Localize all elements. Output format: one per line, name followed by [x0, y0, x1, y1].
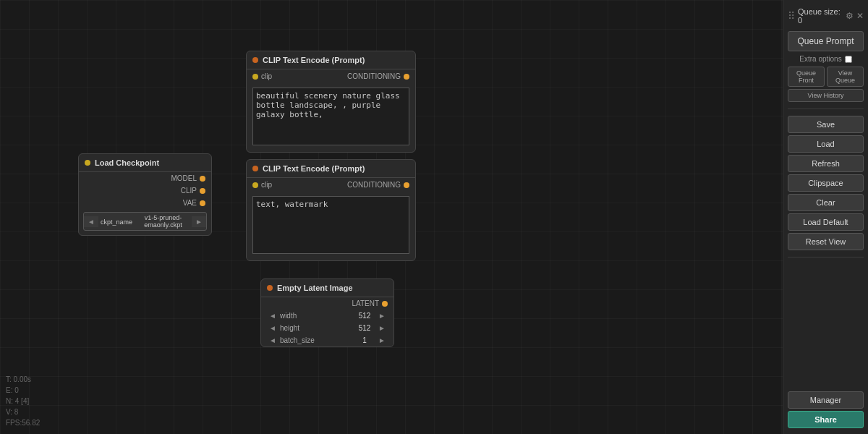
ckpt-name-value: ckpt_name [98, 216, 135, 227]
clip-encode-header-2: CLIP Text Encode (Prompt) [247, 160, 415, 178]
clip-encode-title-2: CLIP Text Encode (Prompt) [263, 164, 365, 173]
clip-encode-node-2: CLIP Text Encode (Prompt) clip CONDITION… [246, 159, 416, 261]
width-label: width [280, 312, 297, 320]
width-next[interactable]: ► [376, 312, 388, 320]
conditioning-output-2: CONDITIONING [347, 181, 409, 189]
height-prev[interactable]: ◄ [267, 324, 278, 332]
share-button[interactable]: Share [788, 411, 864, 428]
latent-title: Empty Latent Image [277, 284, 353, 292]
height-label: height [280, 324, 299, 332]
extra-options-row: Extra options [788, 54, 864, 64]
clip-encode-io-row-2: clip CONDITIONING [247, 178, 415, 192]
model-connector[interactable] [200, 176, 205, 182]
clip-input-label-1: clip [261, 72, 272, 80]
clear-button[interactable]: Clear [788, 194, 864, 211]
drag-icon: ⠿ [788, 10, 795, 22]
reset-view-button[interactable]: Reset View [788, 233, 864, 250]
node-collapse-dot-2[interactable] [252, 166, 258, 171]
clip-label: CLIP [181, 187, 197, 195]
stat-e: E: 0 [6, 385, 40, 396]
queue-size-label: Queue size: 0 [798, 7, 846, 25]
queue-sub-buttons: Queue Front View Queue [788, 67, 864, 87]
save-button[interactable]: Save [788, 116, 864, 133]
checkpoint-collapse-dot[interactable] [85, 160, 90, 166]
clip-encode-header-1: CLIP Text Encode (Prompt) [247, 51, 415, 69]
conditioning-connector-2[interactable] [404, 182, 409, 188]
conditioning-label-2: CONDITIONING [347, 181, 401, 189]
model-label: MODEL [171, 174, 197, 182]
divider-2 [788, 257, 864, 258]
queue-header: ⠿ Queue size: 0 ⚙ ✕ [788, 6, 864, 29]
clip-encode-title-1: CLIP Text Encode (Prompt) [263, 56, 365, 64]
model-output-row: MODEL [79, 172, 211, 184]
height-value: 512 [354, 324, 375, 332]
divider-1 [788, 109, 864, 109]
clip-text-input-2[interactable]: text, watermark [252, 196, 409, 254]
latent-output-row: LATENT [261, 297, 393, 310]
conditioning-label-1: CONDITIONING [347, 72, 401, 80]
right-panel: ⠿ Queue size: 0 ⚙ ✕ Queue Prompt Extra o… [783, 0, 868, 434]
clip-input-connector-2[interactable] [252, 182, 258, 188]
empty-latent-node: Empty Latent Image LATENT ◄ width 512 ► … [260, 278, 394, 347]
manager-button[interactable]: Manager [788, 391, 864, 409]
vae-output-row: VAE [79, 197, 211, 209]
latent-collapse-dot[interactable] [267, 285, 273, 291]
conditioning-connector-1[interactable] [404, 74, 409, 80]
batch-label: batch_size [280, 336, 315, 344]
width-row: ◄ width 512 ► [261, 310, 393, 322]
extra-options-label: Extra options [799, 55, 841, 63]
stat-v: V: 8 [6, 407, 40, 417]
height-next[interactable]: ► [376, 324, 388, 332]
width-value: 512 [354, 312, 375, 320]
checkpoint-header: Load Checkpoint [79, 154, 211, 172]
close-icon[interactable]: ✕ [856, 11, 864, 21]
bottom-stats: T: 0.00s E: 0 N: 4 [4] V: 8 FPS:56.82 [6, 374, 40, 428]
clip-encode-io-row-1: clip CONDITIONING [247, 69, 415, 83]
stat-t: T: 0.00s [6, 374, 40, 385]
checkpoint-selector[interactable]: ◄ ckpt_name v1-5-pruned-emaonly.ckpt ► [83, 212, 207, 231]
load-checkpoint-node: Load Checkpoint MODEL CLIP VAE ◄ ckpt_na… [78, 153, 212, 236]
batch-prev[interactable]: ◄ [267, 336, 278, 344]
stat-fps: FPS:56.82 [6, 417, 40, 428]
batch-value: 1 [354, 336, 375, 344]
refresh-button[interactable]: Refresh [788, 155, 864, 172]
batch-row: ◄ batch_size 1 ► [261, 334, 393, 346]
latent-connector[interactable] [382, 301, 388, 307]
clip-input-connector-1[interactable] [252, 74, 258, 80]
load-button[interactable]: Load [788, 135, 864, 153]
ckpt-prev-button[interactable]: ◄ [84, 216, 98, 227]
clip-text-input-1[interactable]: beautiful scenery nature glass bottle la… [252, 88, 409, 145]
view-history-button[interactable]: View History [788, 89, 864, 102]
view-queue-button[interactable]: View Queue [827, 67, 864, 87]
clip-connector[interactable] [200, 188, 205, 194]
ckpt-filename: v1-5-pruned-emaonly.ckpt [135, 213, 192, 230]
stat-n: N: 4 [4] [6, 396, 40, 407]
clip-input-label-2: clip [261, 181, 272, 189]
height-row: ◄ height 512 ► [261, 322, 393, 334]
batch-next[interactable]: ► [376, 336, 388, 344]
queue-prompt-button[interactable]: Queue Prompt [788, 31, 864, 51]
vae-label: VAE [183, 199, 197, 207]
vae-connector[interactable] [200, 200, 205, 206]
gear-icon[interactable]: ⚙ [846, 11, 854, 21]
latent-output-label: LATENT [352, 299, 379, 307]
node-collapse-dot-1[interactable] [252, 57, 258, 63]
width-prev[interactable]: ◄ [267, 312, 278, 320]
load-default-button[interactable]: Load Default [788, 213, 864, 231]
clip-encode-node-1: CLIP Text Encode (Prompt) clip CONDITION… [246, 51, 416, 153]
checkpoint-title: Load Checkpoint [95, 158, 159, 167]
clipspace-button[interactable]: Clipspace [788, 174, 864, 192]
conditioning-output-1: CONDITIONING [347, 72, 409, 80]
queue-front-button[interactable]: Queue Front [788, 67, 825, 87]
ckpt-next-button[interactable]: ► [192, 216, 206, 227]
latent-header: Empty Latent Image [261, 279, 393, 297]
extra-options-checkbox[interactable] [845, 56, 852, 63]
clip-output-row: CLIP [79, 184, 211, 197]
